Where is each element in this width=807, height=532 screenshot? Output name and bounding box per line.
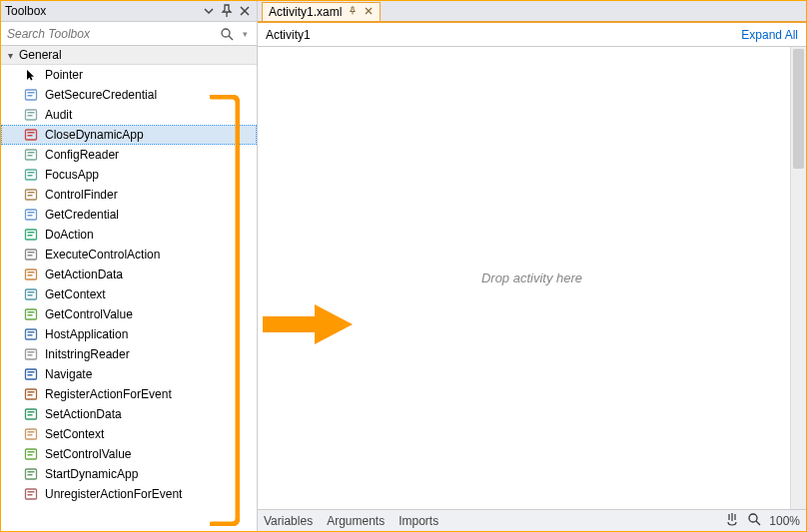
toolbox-item-configreader[interactable]: ConfigReader	[1, 145, 257, 165]
svg-rect-6	[28, 115, 33, 117]
toolbox-item-label: ConfigReader	[45, 148, 119, 162]
svg-rect-48	[28, 394, 33, 396]
getvalue-icon	[23, 306, 39, 322]
tab-label: Activity1.xaml	[269, 5, 342, 19]
toolbox-item-closedynamicapp[interactable]: CloseDynamicApp	[1, 125, 257, 145]
svg-rect-51	[28, 414, 33, 416]
execute-icon	[23, 247, 39, 263]
tab-activity1[interactable]: Activity1.xaml	[262, 2, 381, 21]
breadcrumb[interactable]: Activity1	[266, 28, 311, 42]
toolbox-item-startdynamicapp[interactable]: StartDynamicApp	[1, 464, 257, 484]
close-icon[interactable]	[364, 5, 374, 19]
toolbox-item-label: ExecuteControlAction	[45, 248, 160, 262]
cursor-icon	[23, 67, 39, 83]
imports-tab[interactable]: Imports	[399, 514, 438, 528]
toolbox-item-focusapp[interactable]: FocusApp	[1, 165, 257, 185]
svg-rect-56	[28, 451, 35, 453]
toolbox-item-audit[interactable]: Audit	[1, 105, 257, 125]
variables-tab[interactable]: Variables	[264, 514, 313, 528]
toolbox-item-label: GetActionData	[45, 267, 123, 281]
toolbox-item-doaction[interactable]: DoAction	[1, 225, 257, 245]
pin-icon[interactable]	[348, 5, 358, 19]
svg-rect-17	[28, 192, 35, 194]
breadcrumb-bar: Activity1 Expand All	[258, 23, 806, 47]
toolbox-item-getactiondata[interactable]: GetActionData	[1, 265, 257, 284]
unregister-icon	[23, 486, 39, 502]
toolbox-item-getcredential[interactable]: GetCredential	[1, 205, 257, 225]
toolbox-item-getsecurecredential[interactable]: GetSecureCredential	[1, 85, 257, 105]
toolbox-item-label: GetControlValue	[45, 307, 133, 321]
arguments-tab[interactable]: Arguments	[327, 514, 385, 528]
toolbox-item-label: SetContext	[45, 427, 104, 441]
chevron-down-icon: ▾	[5, 50, 15, 61]
pan-icon[interactable]	[725, 512, 739, 529]
svg-rect-41	[28, 351, 35, 353]
toolbox-item-label: Pointer	[45, 68, 83, 82]
svg-rect-42	[28, 354, 33, 356]
toolbox-item-setactiondata[interactable]: SetActionData	[1, 404, 257, 424]
svg-rect-9	[28, 135, 33, 137]
dropdown-icon[interactable]	[201, 3, 217, 19]
toolbox-item-label: Navigate	[45, 367, 92, 381]
toolbox-item-hostapplication[interactable]: HostApplication	[1, 324, 257, 344]
pin-icon[interactable]	[219, 3, 235, 19]
toolbox-item-executecontrolaction[interactable]: ExecuteControlAction	[1, 245, 257, 265]
text-icon	[23, 346, 39, 362]
search-icon[interactable]	[219, 26, 235, 42]
toolbox-item-navigate[interactable]: Navigate	[1, 364, 257, 384]
getdata-icon	[23, 266, 39, 282]
finder-icon	[23, 187, 39, 203]
toolbox-item-initstringreader[interactable]: InitstringReader	[1, 344, 257, 364]
close-icon[interactable]	[237, 3, 253, 19]
close-app-icon	[23, 127, 39, 143]
designer-canvas[interactable]: Drop activity here	[258, 47, 806, 509]
toolbox-item-setcontrolvalue[interactable]: SetControlValue	[1, 444, 257, 464]
svg-rect-8	[28, 132, 35, 134]
tree-group-general[interactable]: ▾ General	[1, 46, 257, 65]
svg-rect-15	[28, 175, 33, 177]
toolbox-item-getcontrolvalue[interactable]: GetControlValue	[1, 304, 257, 324]
svg-rect-24	[28, 235, 33, 237]
toolbox-item-label: GetContext	[45, 287, 106, 301]
vertical-scrollbar[interactable]	[790, 47, 806, 509]
toolbox-panel: Toolbox ▾ ▾ General PointerGetSecureCre	[1, 1, 258, 531]
toolbox-item-unregisteractionforevent[interactable]: UnregisterActionForEvent	[1, 484, 257, 504]
scrollbar-thumb[interactable]	[793, 49, 804, 169]
zoom-level[interactable]: 100%	[769, 514, 800, 528]
svg-rect-54	[28, 434, 33, 436]
svg-rect-36	[28, 314, 33, 316]
setcontext-icon	[23, 426, 39, 442]
toolbox-item-label: HostApplication	[45, 327, 128, 341]
toolbox-item-pointer[interactable]: Pointer	[1, 65, 257, 85]
toolbox-item-label: FocusApp	[45, 168, 99, 182]
svg-rect-30	[28, 274, 33, 276]
toolbox-item-registeractionforevent[interactable]: RegisterActionForEvent	[1, 384, 257, 404]
svg-rect-47	[28, 391, 35, 393]
svg-rect-21	[28, 215, 33, 217]
svg-rect-12	[28, 155, 33, 157]
search-input[interactable]	[5, 25, 217, 43]
setdata-icon	[23, 406, 39, 422]
clear-icon[interactable]: ▾	[237, 26, 253, 42]
toolbox-item-label: UnregisterActionForEvent	[45, 487, 182, 501]
toolbox-item-label: DoAction	[45, 228, 94, 242]
toolbox-item-controlfinder[interactable]: ControlFinder	[1, 185, 257, 205]
toolbox-item-label: GetSecureCredential	[45, 88, 157, 102]
svg-rect-62	[28, 491, 35, 493]
svg-point-64	[749, 514, 757, 522]
toolbox-tree: ▾ General PointerGetSecureCredentialAudi…	[1, 46, 257, 531]
svg-rect-32	[28, 291, 35, 293]
host-icon	[23, 326, 39, 342]
toolbox-item-label: StartDynamicApp	[45, 467, 138, 481]
navigate-icon	[23, 366, 39, 382]
expand-all-link[interactable]: Expand All	[741, 28, 798, 42]
group-label: General	[19, 48, 62, 62]
toolbox-item-label: GetCredential	[45, 208, 119, 222]
toolbox-item-label: Audit	[45, 108, 72, 122]
svg-rect-57	[28, 454, 33, 456]
toolbox-item-getcontext[interactable]: GetContext	[1, 284, 257, 304]
toolbox-item-setcontext[interactable]: SetContext	[1, 424, 257, 444]
svg-rect-60	[28, 474, 33, 476]
designer-bottom-bar: Variables Arguments Imports 100%	[258, 509, 806, 531]
zoom-icon[interactable]	[747, 512, 761, 529]
